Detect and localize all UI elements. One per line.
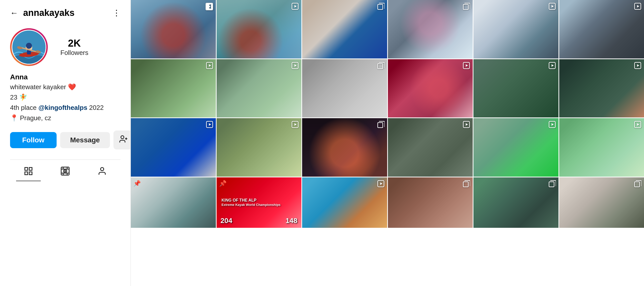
multi-photo-icon — [463, 3, 470, 12]
svg-marker-48 — [209, 123, 211, 126]
svg-point-5 — [26, 43, 32, 49]
grid-item[interactable] — [131, 0, 216, 58]
svg-rect-14 — [25, 172, 28, 175]
header-row: ← annakayaks ⋮ — [10, 8, 120, 18]
video-icon — [548, 3, 556, 12]
grid-item[interactable] — [388, 177, 473, 228]
grid-item[interactable] — [131, 118, 216, 177]
grid-item[interactable] — [217, 59, 302, 118]
video-icon — [291, 121, 299, 130]
avatar-image — [12, 30, 46, 65]
follow-button[interactable]: Follow — [10, 132, 57, 148]
king-alps-text: KING OF THE ALP Extreme Kayak World Cham… — [222, 198, 281, 207]
grid-item[interactable] — [559, 0, 644, 58]
grid-item[interactable] — [388, 0, 473, 58]
profile-name: Anna — [10, 73, 120, 81]
multi-photo-icon — [463, 180, 470, 189]
svg-marker-59 — [380, 182, 382, 185]
svg-point-25 — [100, 168, 104, 171]
grid-item[interactable] — [388, 59, 473, 118]
video-icon — [291, 62, 299, 71]
grid-item[interactable] — [302, 118, 387, 177]
add-person-icon — [119, 135, 128, 144]
multi-photo-icon — [377, 62, 385, 71]
race-number-204: 204 — [221, 217, 232, 225]
tab-reels[interactable] — [53, 164, 77, 181]
tab-tagged[interactable] — [90, 164, 114, 181]
grid-item[interactable] — [473, 177, 558, 228]
grid-item[interactable] — [302, 0, 387, 58]
svg-marker-37 — [209, 64, 211, 67]
video-icon — [463, 62, 470, 71]
bio-line-2: 23 🧚 — [10, 92, 120, 102]
actions-row: Follow Message — [10, 131, 120, 149]
video-icon — [291, 3, 299, 12]
video-icon — [377, 180, 385, 189]
right-panel: 📌 📌 KING OF THE ALP Extreme Kayak World … — [131, 0, 644, 286]
bio-section: Anna whitewater kayaker ❤️ 23 🧚 4th plac… — [10, 73, 120, 123]
svg-rect-31 — [463, 5, 468, 10]
grid-item[interactable] — [473, 59, 558, 118]
grid-item[interactable] — [302, 177, 387, 228]
multi-photo-icon — [634, 180, 641, 189]
svg-marker-46 — [637, 64, 639, 67]
grid-item[interactable] — [217, 118, 302, 177]
back-button[interactable]: ← — [10, 8, 18, 18]
tagged-icon — [97, 166, 107, 176]
svg-marker-44 — [551, 64, 554, 67]
add-friend-button[interactable] — [113, 131, 134, 149]
svg-rect-15 — [29, 172, 32, 175]
pin-icon: 📌 — [133, 180, 141, 187]
svg-marker-57 — [637, 123, 639, 126]
grid-item[interactable] — [217, 0, 302, 58]
svg-marker-33 — [551, 5, 554, 8]
avatar-container[interactable] — [10, 28, 48, 66]
avatar-svg — [12, 30, 46, 64]
bio-line-4: 📍 Prague, cz — [10, 113, 120, 123]
grid-item[interactable] — [559, 177, 644, 228]
grid-item[interactable]: 📌 — [131, 177, 216, 228]
bio-prefix: 4th place — [10, 104, 38, 111]
svg-marker-29 — [295, 5, 297, 8]
avatar-ring — [10, 28, 48, 66]
svg-point-18 — [65, 171, 66, 171]
grid-icon — [24, 166, 33, 176]
svg-point-9 — [121, 136, 124, 139]
video-icon — [206, 62, 213, 71]
followers-count: 2K — [60, 38, 88, 49]
tab-grid[interactable] — [16, 164, 41, 181]
video-icon — [205, 3, 213, 12]
svg-marker-27 — [209, 5, 211, 8]
followers-section: 2K Followers — [60, 38, 88, 57]
followers-label: Followers — [60, 49, 88, 56]
svg-rect-60 — [463, 182, 468, 187]
bio-suffix: 2022 — [87, 104, 104, 111]
username-text: annakayaks — [23, 8, 112, 18]
grid-item[interactable] — [473, 0, 558, 58]
bio-link[interactable]: @kingofthealps — [38, 104, 87, 111]
grid-item[interactable] — [559, 59, 644, 118]
grid-item[interactable] — [388, 118, 473, 177]
svg-marker-39 — [295, 64, 297, 67]
svg-marker-53 — [466, 123, 468, 126]
race-number: 148 — [286, 217, 297, 225]
svg-rect-12 — [25, 168, 28, 170]
grid-item[interactable] — [473, 118, 558, 177]
video-icon — [634, 121, 641, 130]
video-icon — [463, 121, 470, 130]
more-options-button[interactable]: ⋮ — [112, 8, 120, 18]
svg-rect-13 — [29, 168, 32, 170]
reels-icon — [60, 166, 70, 176]
bio-line-3: 4th place @kingofthealps 2022 — [10, 103, 120, 113]
grid-item-king-of-alps[interactable]: 📌 KING OF THE ALP Extreme Kayak World Ch… — [217, 177, 302, 228]
svg-rect-30 — [378, 5, 383, 10]
svg-rect-40 — [378, 63, 383, 69]
grid-item[interactable] — [559, 118, 644, 177]
multi-photo-icon — [377, 3, 385, 12]
svg-rect-51 — [378, 123, 383, 128]
message-button[interactable]: Message — [60, 132, 110, 148]
photo-grid: 📌 📌 KING OF THE ALP Extreme Kayak World … — [131, 0, 644, 286]
tabs-row — [10, 160, 120, 181]
grid-item[interactable] — [302, 59, 387, 118]
grid-item[interactable] — [131, 59, 216, 118]
